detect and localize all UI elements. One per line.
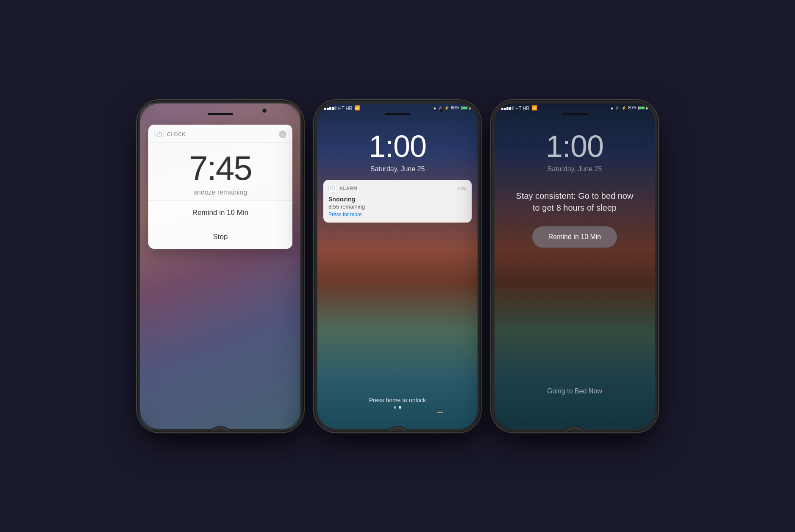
speaker <box>385 113 410 115</box>
phone3-time: 1:00 <box>495 129 655 164</box>
page-dot-1 <box>394 406 396 409</box>
phone2-wrapper: HT HR 📶 ▲ ◎ ⚡ 80% <box>315 101 480 432</box>
clock-card-header: 🕐 CLOCK × <box>148 125 292 143</box>
phone2-content: HT HR 📶 ▲ ◎ ⚡ 80% <box>317 103 478 429</box>
clock-time: 7:45 <box>154 151 286 185</box>
phone2-top-bar <box>317 103 478 120</box>
speaker <box>562 113 587 115</box>
phone2: HT HR 📶 ▲ ◎ ⚡ 80% <box>315 101 480 432</box>
going-to-bed-label[interactable]: Going to Bed Now <box>495 387 655 395</box>
phones-container: 🕐 CLOCK × 7:45 snooze remaining <box>0 0 795 532</box>
alarm-app-icon: 🕐 <box>328 184 337 192</box>
remind-button[interactable]: Remind in 10 Min <box>148 201 292 225</box>
phone3-content: HT HR 📶 ▲ ◎ ⚡ 80% <box>495 103 655 429</box>
alarm-app-name: ALARM <box>339 186 458 191</box>
lock-date: Saturday, June 25 <box>317 165 478 173</box>
alarm-notif-body: Snoozing 8:55 remaining Press for more <box>323 195 472 223</box>
phone3-screen: HT HR 📶 ▲ ◎ ⚡ 80% <box>495 103 655 429</box>
close-button[interactable]: × <box>279 131 286 138</box>
phone1-screen: 🕐 CLOCK × 7:45 snooze remaining <box>140 103 300 429</box>
press-home-label: Press home to unlock <box>317 397 478 404</box>
alarm-notif-action[interactable]: Press for more <box>328 212 467 217</box>
alarm-notif-subtitle: 8:55 remaining <box>328 203 467 210</box>
phone3: HT HR 📶 ▲ ◎ ⚡ 80% <box>492 101 657 432</box>
page-dot-2 <box>399 406 401 409</box>
clock-snooze-label: snooze remaining <box>154 189 286 196</box>
phone1-wrapper: 🕐 CLOCK × 7:45 snooze remaining <box>138 101 303 432</box>
page-indicators <box>317 406 478 409</box>
clock-icon-symbol: 🕐 <box>156 131 162 137</box>
phone1-top-bar <box>140 103 300 120</box>
clock-app-icon: 🕐 <box>154 130 164 139</box>
clock-notification-card: 🕐 CLOCK × 7:45 snooze remaining <box>148 125 292 249</box>
phone3-remind-button[interactable]: Remind in 10 Min <box>532 226 617 248</box>
phone1: 🕐 CLOCK × 7:45 snooze remaining <box>138 101 303 432</box>
speaker <box>208 113 233 115</box>
clock-app-name: CLOCK <box>167 131 279 137</box>
lock-time: 1:00 <box>317 129 478 164</box>
front-camera <box>617 109 621 113</box>
alarm-notif-header: 🕐 ALARM now <box>323 180 472 195</box>
alarm-notif-title: Snoozing <box>328 196 467 203</box>
clock-action-buttons: Remind in 10 Min Stop <box>148 201 292 249</box>
clock-time-display: 7:45 snooze remaining <box>148 143 292 201</box>
close-icon: × <box>281 132 284 137</box>
front-camera <box>439 109 444 113</box>
phone1-content: 🕐 CLOCK × 7:45 snooze remaining <box>140 103 300 429</box>
phone3-date: Saturday, June 25 <box>495 165 655 173</box>
sleep-message-text: Stay consistent: Go to bed now to get 8 … <box>511 190 638 214</box>
phone3-wrapper: HT HR 📶 ▲ ◎ ⚡ 80% <box>492 101 657 432</box>
remind-button-label: Remind in 10 Min <box>548 233 601 240</box>
stop-button[interactable]: Stop <box>148 225 292 249</box>
alarm-notif-timestamp: now <box>458 186 467 191</box>
phone2-screen: HT HR 📶 ▲ ◎ ⚡ 80% <box>317 103 478 429</box>
page-dot-camera <box>437 411 444 414</box>
phone3-top-bar <box>495 103 655 120</box>
sleep-message: Stay consistent: Go to bed now to get 8 … <box>495 190 655 214</box>
front-camera <box>262 109 267 113</box>
alarm-notification[interactable]: 🕐 ALARM now Snoozing 8:55 remaining Pres… <box>323 180 472 223</box>
